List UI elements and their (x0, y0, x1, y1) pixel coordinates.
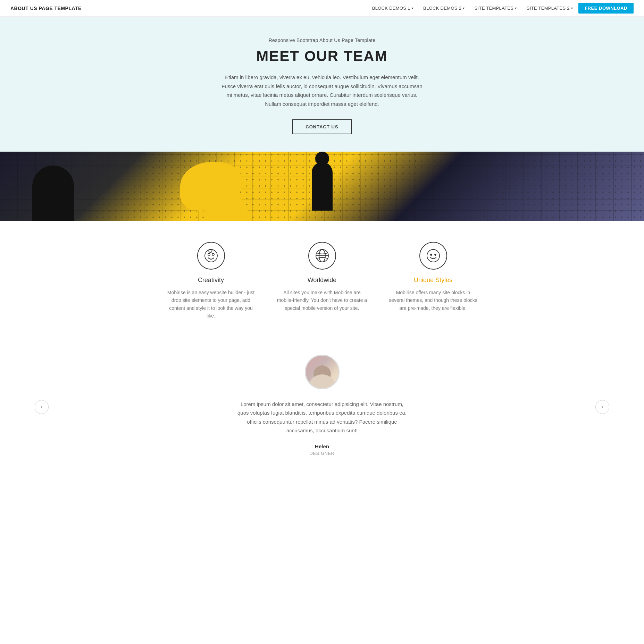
testimonial-name: Helen (14, 443, 630, 449)
dropdown-caret-3: ▾ (515, 6, 517, 10)
carousel-prev-button[interactable]: ‹ (35, 400, 49, 414)
nav-item-block-demos-2[interactable]: BLOCK DEMOS 2 ▾ (419, 3, 469, 13)
features-grid: Creativity Mobirise is an easy website b… (166, 242, 478, 320)
unique-styles-icon-circle (419, 242, 447, 270)
unique-styles-desc: Mobirise offers many site blocks in seve… (388, 289, 478, 312)
svg-point-1 (208, 253, 210, 255)
svg-point-7 (430, 254, 432, 255)
features-section: Creativity Mobirise is an easy website b… (0, 221, 644, 337)
worldwide-icon (315, 248, 330, 263)
dropdown-caret-2: ▾ (463, 6, 465, 10)
creativity-desc: Mobirise is an easy website builder - ju… (166, 289, 256, 320)
worldwide-icon-circle (308, 242, 336, 270)
hero-left-silhouette (32, 166, 74, 221)
creativity-icon-circle (197, 242, 225, 270)
nav-item-site-templates[interactable]: SITE TEMPLATES ▾ (470, 3, 521, 13)
smiley-icon (426, 248, 441, 263)
dropdown-caret-1: ▾ (412, 6, 413, 10)
testimonial-role: DESIGNER (14, 451, 630, 456)
testimonial-section: ‹ Lorem ipsum dolor sit amet, consectetu… (0, 337, 644, 477)
hero-image (0, 152, 644, 221)
meet-body-text: Etiam in libero gravida, viverra ex eu, … (221, 73, 423, 108)
creativity-title: Creativity (166, 277, 256, 284)
dropdown-caret-4: ▾ (571, 6, 573, 10)
creativity-icon (203, 248, 219, 263)
svg-point-0 (205, 249, 217, 262)
navbar: ABOUT US PAGE TEMPLATE BLOCK DEMOS 1 ▾ B… (0, 0, 644, 17)
testimonial-avatar (305, 355, 340, 389)
meet-section: Responsive Bootstrap About Us Page Templ… (0, 17, 644, 152)
meet-subtitle: Responsive Bootstrap About Us Page Templ… (7, 37, 637, 43)
nav-item-site-templates-2[interactable]: SITE TEMPLATES 2 ▾ (522, 3, 577, 13)
feature-unique-styles: Unique Styles Mobirise offers many site … (388, 242, 478, 320)
svg-point-2 (212, 253, 214, 255)
free-download-button[interactable]: FREE DOWNLOAD (578, 3, 634, 14)
worldwide-desc: All sites you make with Mobirise are mob… (277, 289, 367, 312)
svg-point-6 (427, 249, 440, 262)
meet-title: MEET OUR TEAM (7, 48, 637, 65)
hero-center-silhouette (312, 162, 333, 211)
avatar-image (306, 356, 338, 388)
nav-item-block-demos-1[interactable]: BLOCK DEMOS 1 ▾ (368, 3, 418, 13)
testimonial-text: Lorem ipsum dolor sit amet, consectetur … (235, 400, 409, 435)
navbar-nav: BLOCK DEMOS 1 ▾ BLOCK DEMOS 2 ▾ SITE TEM… (368, 3, 634, 14)
feature-worldwide: Worldwide All sites you make with Mobiri… (277, 242, 367, 320)
contact-us-button[interactable]: CONTACT US (292, 119, 351, 134)
worldwide-title: Worldwide (277, 277, 367, 284)
navbar-brand: ABOUT US PAGE TEMPLATE (10, 6, 82, 11)
unique-styles-title: Unique Styles (388, 277, 478, 284)
feature-creativity: Creativity Mobirise is an easy website b… (166, 242, 256, 320)
carousel-next-button[interactable]: › (595, 400, 609, 414)
hero-image-inner (0, 152, 644, 221)
svg-point-8 (435, 254, 436, 255)
